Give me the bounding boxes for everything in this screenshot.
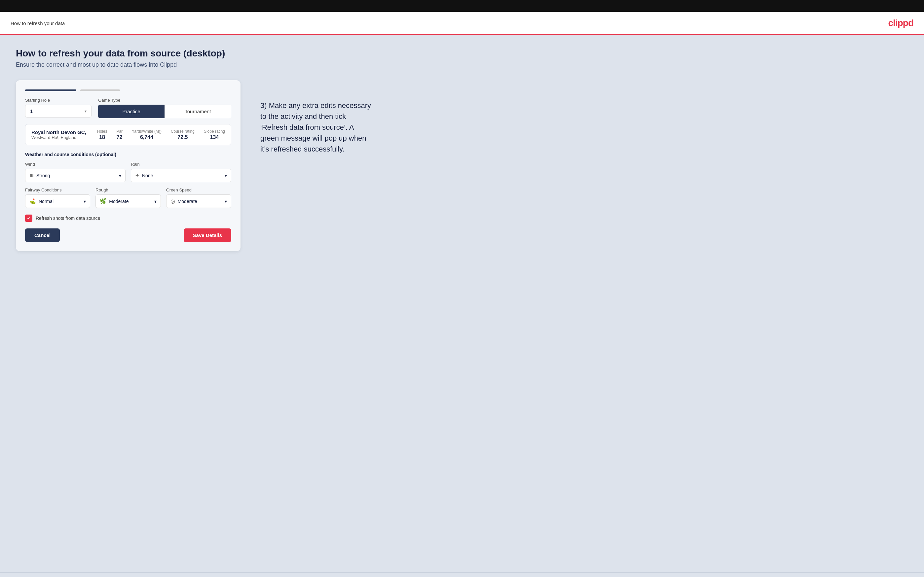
save-button[interactable]: Save Details bbox=[184, 229, 231, 242]
starting-hole-select[interactable]: 1 ▾ bbox=[25, 105, 92, 118]
fairway-value: Normal bbox=[39, 199, 53, 204]
wind-icon: ≋ bbox=[29, 172, 34, 179]
yards-value: 6,744 bbox=[140, 134, 153, 140]
tab-stub-1 bbox=[25, 89, 76, 91]
game-type-group: Game Type Practice Tournament bbox=[98, 98, 231, 118]
practice-button[interactable]: Practice bbox=[98, 105, 164, 118]
checkmark-icon: ✓ bbox=[27, 216, 31, 221]
fairway-icon: ⛳ bbox=[29, 198, 36, 204]
page-subtitle: Ensure the correct and most up to date d… bbox=[16, 61, 908, 68]
header-title: How to refresh your data bbox=[11, 21, 65, 26]
tournament-button[interactable]: Tournament bbox=[165, 105, 231, 118]
form-card: Starting Hole 1 ▾ Game Type Practice Tou… bbox=[16, 80, 241, 251]
rain-label: Rain bbox=[131, 162, 231, 167]
top-bar bbox=[0, 0, 924, 12]
course-rating-label: Course rating bbox=[171, 129, 195, 134]
header: How to refresh your data clippd bbox=[0, 12, 924, 35]
rain-value: None bbox=[142, 173, 153, 178]
green-speed-group: Green Speed ◎ Moderate ▾ bbox=[166, 187, 231, 208]
logo: clippd bbox=[888, 18, 913, 28]
fairway-chevron: ▾ bbox=[84, 199, 86, 204]
slope-rating-value: 134 bbox=[210, 134, 219, 140]
cancel-button[interactable]: Cancel bbox=[25, 229, 60, 242]
footer: Copyright Clippd 2022 bbox=[0, 572, 924, 577]
rain-select[interactable]: ✦ None ▾ bbox=[131, 169, 231, 182]
rough-label: Rough bbox=[95, 187, 160, 192]
main-content: How to refresh your data from source (de… bbox=[0, 35, 924, 572]
rain-chevron: ▾ bbox=[225, 173, 227, 178]
wind-rain-row: Wind ≋ Strong ▾ Rain ✦ None bbox=[25, 162, 231, 182]
yards-stat: Yards/White (M)) 6,744 bbox=[132, 129, 162, 140]
game-type-buttons: Practice Tournament bbox=[98, 105, 231, 118]
side-text: 3) Make any extra edits necessary to the… bbox=[260, 100, 373, 155]
fairway-group: Fairway Conditions ⛳ Normal ▾ bbox=[25, 187, 90, 208]
par-value: 72 bbox=[116, 134, 123, 140]
holes-label: Holes bbox=[97, 129, 107, 134]
side-description: 3) Make any extra edits necessary to the… bbox=[260, 80, 373, 155]
course-info-row: Royal North Devon GC, Westward Ho!, Engl… bbox=[25, 124, 231, 145]
form-actions: Cancel Save Details bbox=[25, 229, 231, 242]
course-details: Royal North Devon GC, Westward Ho!, Engl… bbox=[31, 129, 86, 140]
slope-rating-label: Slope rating bbox=[204, 129, 225, 134]
par-stat: Par 72 bbox=[116, 129, 123, 140]
course-rating-value: 72.5 bbox=[178, 134, 187, 140]
refresh-label: Refresh shots from data source bbox=[36, 216, 100, 221]
fairway-select[interactable]: ⛳ Normal ▾ bbox=[25, 194, 90, 208]
rain-group: Rain ✦ None ▾ bbox=[131, 162, 231, 182]
course-stats: Holes 18 Par 72 Yards/White (M)) 6,744 C… bbox=[97, 129, 225, 140]
content-layout: Starting Hole 1 ▾ Game Type Practice Tou… bbox=[16, 80, 908, 251]
rough-select[interactable]: 🌿 Moderate ▾ bbox=[95, 194, 160, 208]
refresh-checkbox[interactable]: ✓ bbox=[25, 214, 32, 222]
starting-hole-value: 1 bbox=[30, 108, 33, 114]
wind-group: Wind ≋ Strong ▾ bbox=[25, 162, 126, 182]
green-speed-select[interactable]: ◎ Moderate ▾ bbox=[166, 194, 231, 208]
rough-icon: 🌿 bbox=[100, 198, 107, 204]
course-name: Royal North Devon GC, bbox=[31, 129, 86, 135]
wind-chevron: ▾ bbox=[119, 173, 121, 178]
fairway-label: Fairway Conditions bbox=[25, 187, 90, 192]
course-rating-stat: Course rating 72.5 bbox=[171, 129, 195, 140]
rain-icon: ✦ bbox=[135, 172, 139, 179]
rough-value: Moderate bbox=[109, 199, 129, 204]
green-speed-chevron: ▾ bbox=[225, 199, 227, 204]
yards-label: Yards/White (M)) bbox=[132, 129, 162, 134]
par-label: Par bbox=[116, 129, 123, 134]
fairway-rough-green-row: Fairway Conditions ⛳ Normal ▾ Rough 🌿 bbox=[25, 187, 231, 208]
wind-value: Strong bbox=[36, 173, 50, 178]
starting-hole-group: Starting Hole 1 ▾ bbox=[25, 98, 92, 118]
green-speed-value: Moderate bbox=[178, 199, 197, 204]
starting-hole-label: Starting Hole bbox=[25, 98, 92, 103]
tab-stub-2 bbox=[80, 89, 120, 91]
wind-label: Wind bbox=[25, 162, 126, 167]
rough-group: Rough 🌿 Moderate ▾ bbox=[95, 187, 160, 208]
starting-hole-chevron: ▾ bbox=[84, 109, 87, 114]
page-title: How to refresh your data from source (de… bbox=[16, 48, 908, 59]
rough-chevron: ▾ bbox=[154, 199, 157, 204]
holes-stat: Holes 18 bbox=[97, 129, 107, 140]
wind-select[interactable]: ≋ Strong ▾ bbox=[25, 169, 126, 182]
course-location: Westward Ho!, England bbox=[31, 135, 86, 140]
refresh-checkbox-row: ✓ Refresh shots from data source bbox=[25, 214, 231, 222]
slope-rating-stat: Slope rating 134 bbox=[204, 129, 225, 140]
conditions-title: Weather and course conditions (optional) bbox=[25, 152, 231, 157]
green-speed-icon: ◎ bbox=[170, 198, 175, 204]
starting-hole-gametype-row: Starting Hole 1 ▾ Game Type Practice Tou… bbox=[25, 98, 231, 118]
game-type-label: Game Type bbox=[98, 98, 231, 103]
holes-value: 18 bbox=[99, 134, 105, 140]
green-speed-label: Green Speed bbox=[166, 187, 231, 192]
